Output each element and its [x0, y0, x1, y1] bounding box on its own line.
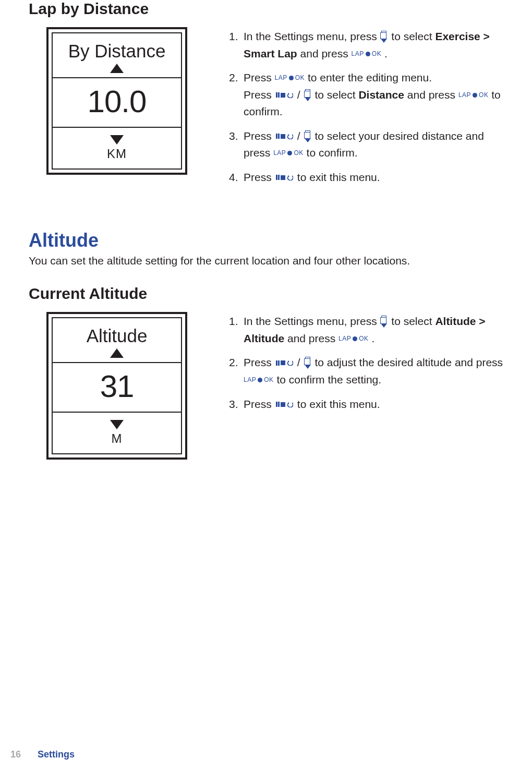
- step-text: Press: [244, 171, 275, 183]
- step-number: 1.: [229, 28, 238, 45]
- lap-ok-icon: LAPOK: [273, 148, 304, 158]
- step-item: 3. Press to exit this menu.: [229, 396, 506, 413]
- step-item: 2. Press LAPOK to enter the editing menu…: [229, 69, 506, 121]
- triangle-down-icon: [110, 135, 124, 144]
- step-item: 1. In the Settings menu, press to select…: [229, 28, 506, 62]
- step-text: /: [297, 130, 304, 142]
- back-icon: [276, 402, 294, 407]
- triangle-down-icon: [110, 420, 124, 429]
- step-text: Press: [244, 398, 275, 410]
- steps-lap: 1. In the Settings menu, press to select…: [229, 27, 506, 193]
- step-number: 3.: [229, 396, 238, 413]
- step-text: to exit this menu.: [297, 398, 380, 410]
- step-text: to confirm the setting.: [276, 374, 381, 386]
- triangle-up-icon: [110, 64, 124, 73]
- step-text: to select: [315, 89, 358, 101]
- lap-ok-icon: LAPOK: [275, 73, 305, 83]
- section-lap-by-distance: By Distance 10.0 KM 1. In the Settings m…: [46, 27, 506, 193]
- back-icon: [276, 134, 294, 139]
- page-footer: 16 Settings: [10, 749, 75, 760]
- step-text: In the Settings menu, press: [244, 30, 380, 42]
- step-text: .: [384, 47, 388, 59]
- back-icon: [276, 92, 294, 98]
- step-text: to exit this menu.: [297, 171, 380, 183]
- step-text: Press: [244, 71, 275, 83]
- step-text: Press: [244, 89, 275, 101]
- page-down-icon: [305, 357, 311, 369]
- device-value: 31: [53, 362, 181, 413]
- menu-path: Distance: [358, 89, 404, 101]
- device-value: 10.0: [53, 77, 181, 128]
- page-number: 16: [10, 749, 21, 760]
- chapter-name: Settings: [38, 749, 75, 760]
- section-current-altitude: Altitude 31 M 1. In the Settings menu, p…: [46, 312, 506, 460]
- step-item: 2. Press / to adjust the desired altitud…: [229, 354, 506, 388]
- device-unit: M: [112, 431, 123, 445]
- step-text: and press: [287, 332, 338, 344]
- step-text: and press: [300, 47, 352, 59]
- step-text: to confirm.: [307, 147, 358, 159]
- triangle-up-icon: [110, 348, 124, 358]
- page-down-icon: [305, 130, 311, 142]
- page-down-icon: [305, 89, 311, 101]
- lap-ok-icon: LAPOK: [338, 334, 369, 344]
- step-number: 2.: [229, 354, 238, 371]
- device-screen-lap: By Distance 10.0 KM: [46, 27, 187, 175]
- step-text: Press: [244, 130, 275, 142]
- step-text: Press: [244, 356, 275, 368]
- steps-altitude: 1. In the Settings menu, press to select…: [229, 312, 506, 420]
- page-down-icon: [381, 316, 387, 328]
- step-item: 1. In the Settings menu, press to select…: [229, 313, 506, 347]
- step-text: and press: [407, 89, 458, 101]
- step-text: to select: [391, 30, 435, 42]
- lap-ok-icon: LAPOK: [244, 375, 274, 385]
- step-item: 4. Press to exit this menu.: [229, 169, 506, 186]
- step-text: to enter the editing menu.: [308, 71, 432, 83]
- device-title: By Distance: [68, 41, 166, 61]
- step-text: /: [297, 89, 304, 101]
- back-icon: [276, 360, 294, 366]
- page-down-icon: [381, 31, 387, 43]
- device-title: Altitude: [87, 326, 148, 346]
- step-text: .: [371, 332, 374, 344]
- device-unit: KM: [107, 147, 127, 161]
- step-text: to select: [391, 315, 435, 327]
- device-screen-altitude: Altitude 31 M: [46, 312, 187, 460]
- back-icon: [276, 175, 294, 180]
- step-number: 1.: [229, 313, 238, 330]
- step-text: In the Settings menu, press: [244, 315, 380, 327]
- step-number: 2.: [229, 69, 238, 87]
- lap-ok-icon: LAPOK: [352, 49, 382, 59]
- step-number: 4.: [229, 169, 238, 186]
- heading-current-altitude: Current Altitude: [29, 285, 506, 303]
- step-item: 3. Press / to select your desired distan…: [229, 128, 506, 162]
- step-text: /: [297, 356, 304, 368]
- lap-ok-icon: LAPOK: [458, 90, 489, 100]
- heading-lap-by-distance: Lap by Distance: [29, 0, 506, 18]
- heading-altitude: Altitude: [29, 230, 506, 251]
- step-text: to adjust the desired altitude and press: [315, 356, 503, 368]
- step-number: 3.: [229, 128, 238, 145]
- intro-altitude: You can set the altitude setting for the…: [29, 255, 506, 267]
